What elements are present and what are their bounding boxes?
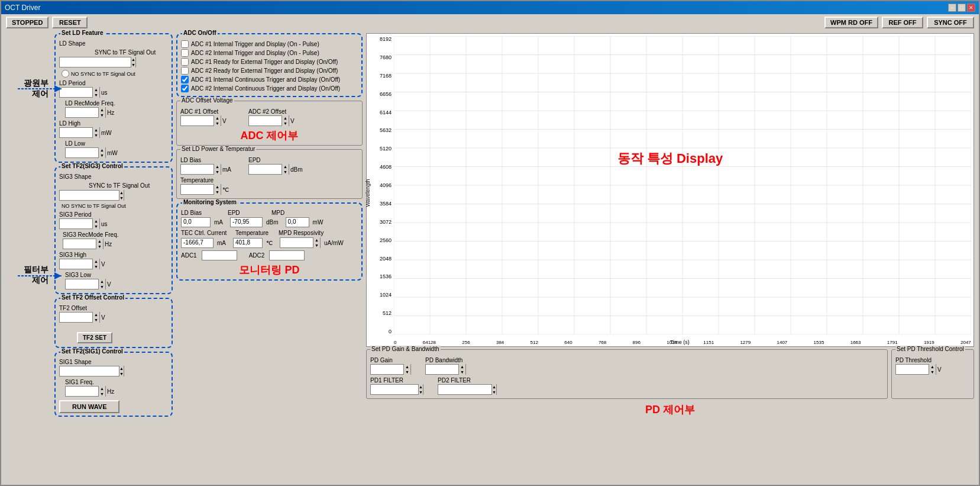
ld-shape-down[interactable]: ▼ — [131, 62, 135, 67]
sig3-recmode-arrows[interactable]: ▲ ▼ — [96, 239, 103, 249]
ld-low-up[interactable]: ▲ — [99, 147, 105, 153]
pd-bandwidth-down[interactable]: ▼ — [459, 369, 465, 375]
adc2-offset-arrows[interactable]: ▲ ▼ — [282, 115, 289, 126]
ld-period-up[interactable]: ▲ — [93, 87, 99, 92]
ld-low-input[interactable]: 0,0 — [66, 148, 98, 157]
adc2-offset-down[interactable]: ▼ — [282, 121, 289, 126]
tf2-set-button[interactable]: TF2 SET — [77, 332, 112, 343]
epd-arrows[interactable]: ▲ ▼ — [282, 164, 289, 175]
pd2-filter-arrows[interactable]: ▲ ▼ — [491, 384, 496, 395]
sig3-low-down[interactable]: ▼ — [99, 284, 105, 289]
ld-shape-up[interactable]: ▲ — [131, 57, 135, 62]
sig3-recmode-input[interactable]: 0 — [63, 239, 96, 249]
pd-threshold-down[interactable]: ▼ — [929, 369, 936, 375]
pd-bandwidth-up[interactable]: ▲ — [459, 364, 465, 369]
sig3-high-down[interactable]: ▼ — [93, 264, 99, 269]
tf2-offset-input[interactable]: 0,0 — [60, 313, 92, 322]
mon-mpd-resp-spinner[interactable]: 2,00 ▲ ▼ — [280, 237, 321, 248]
mon-mpd-resp-arrows[interactable]: ▲ ▼ — [313, 237, 320, 248]
mon-mpd-resp-down[interactable]: ▼ — [313, 243, 320, 248]
sig1-freq-arrows[interactable]: ▲ ▼ — [98, 386, 105, 397]
ld-period-spinner[interactable]: 0,0 ▲ ▼ — [59, 87, 100, 98]
pd2-filter-up[interactable]: ▲ — [492, 384, 496, 390]
pd1-filter-down[interactable]: ▼ — [419, 390, 423, 395]
adc-check-2[interactable] — [181, 49, 189, 57]
ld-recmode-spinner[interactable]: 0 ▲ ▼ — [65, 107, 106, 118]
reset-button[interactable]: RESET — [52, 17, 88, 28]
sig3-high-spinner[interactable]: 12,0 ▲ ▼ — [59, 259, 100, 269]
ld-period-down[interactable]: ▼ — [93, 92, 99, 98]
sig1-shape-up[interactable]: ▲ — [119, 366, 124, 371]
ld-low-arrows[interactable]: ▲ ▼ — [98, 147, 105, 158]
adc1-offset-down[interactable]: ▼ — [214, 121, 221, 126]
sig3-period-spinner[interactable]: 2,5Hz ▲ ▼ — [59, 218, 100, 229]
adc1-offset-arrows[interactable]: ▲ ▼ — [214, 115, 221, 126]
pd1-filter-up[interactable]: ▲ — [419, 384, 423, 390]
epd-down[interactable]: ▼ — [282, 169, 289, 175]
pd-threshold-input[interactable]: 0,0 — [896, 365, 929, 374]
sig1-freq-down[interactable]: ▼ — [99, 391, 105, 397]
epd-up[interactable]: ▲ — [282, 164, 289, 169]
pd-gain-input[interactable]: 100M — [371, 365, 403, 374]
stopped-button[interactable]: STOPPED — [6, 17, 48, 28]
adc2-offset-up[interactable]: ▲ — [282, 115, 289, 121]
adc1-offset-spinner[interactable]: 0,000 ▲ ▼ — [180, 115, 221, 126]
sig3-high-arrows[interactable]: ▲ ▼ — [92, 259, 99, 269]
ld-shape-spinner[interactable]: Continuous Wave ▲ ▼ — [59, 57, 136, 67]
sig3-shape-input[interactable]: Triangular — [60, 191, 119, 200]
tf2-offset-spinner[interactable]: 0,0 ▲ ▼ — [59, 312, 100, 323]
pd-threshold-up[interactable]: ▲ — [929, 364, 936, 369]
adc-check-3[interactable] — [181, 58, 189, 66]
adc1-offset-up[interactable]: ▲ — [214, 115, 221, 121]
adc-check-1[interactable] — [181, 40, 189, 48]
tf2-offset-down[interactable]: ▼ — [93, 317, 99, 323]
temperature-up[interactable]: ▲ — [214, 184, 221, 189]
epd-input[interactable]: 0,00 — [249, 165, 282, 174]
tf2-offset-up[interactable]: ▲ — [93, 312, 99, 317]
close-button[interactable]: ✕ — [967, 4, 975, 12]
pd-gain-spinner[interactable]: 100M ▲ ▼ — [370, 364, 411, 375]
ld-bias-arrows[interactable]: ▲ ▼ — [214, 164, 221, 175]
ld-recmode-arrows[interactable]: ▲ ▼ — [98, 107, 105, 118]
ld-recmode-down[interactable]: ▼ — [99, 112, 105, 118]
pd1-filter-input[interactable]: HIGH PASS — [371, 385, 418, 394]
sig3-period-input[interactable]: 2,5Hz — [60, 219, 92, 228]
sig3-high-up[interactable]: ▲ — [93, 259, 99, 264]
adc-check-4[interactable] — [181, 67, 189, 75]
pd-bandwidth-input[interactable]: 0,1M — [426, 365, 458, 374]
ld-period-arrows[interactable]: ▲ ▼ — [92, 87, 99, 98]
sync-button[interactable]: SYNC OFF — [927, 17, 974, 28]
ref-button[interactable]: REF OFF — [882, 17, 923, 28]
ld-low-down[interactable]: ▼ — [99, 153, 105, 158]
temperature-arrows[interactable]: ▲ ▼ — [214, 184, 221, 195]
sig3-period-down[interactable]: ▼ — [93, 224, 99, 229]
sig1-freq-input[interactable]: 0 — [66, 387, 98, 396]
adc1-offset-input[interactable]: 0,000 — [181, 116, 214, 125]
adc2-offset-input[interactable]: 0,000 — [249, 116, 282, 125]
pd-gain-down[interactable]: ▼ — [404, 369, 410, 375]
sig1-freq-spinner[interactable]: 0 ▲ ▼ — [65, 386, 106, 397]
temperature-input[interactable]: 25,0 — [181, 185, 214, 194]
pd1-filter-spinner[interactable]: HIGH PASS ▲ ▼ — [370, 384, 423, 395]
pd-bandwidth-arrows[interactable]: ▲ ▼ — [458, 364, 465, 375]
pd-gain-up[interactable]: ▲ — [404, 364, 410, 369]
adc-check-6[interactable] — [181, 85, 189, 92]
ld-bias-spinner[interactable]: 0,0 ▲ ▼ — [180, 164, 221, 175]
pd2-filter-down[interactable]: ▼ — [492, 390, 496, 395]
pd-threshold-arrows[interactable]: ▲ ▼ — [929, 364, 936, 375]
pd2-filter-spinner[interactable]: COMPARATOR ▲ ▼ — [438, 384, 497, 395]
ld-recmode-input[interactable]: 0 — [66, 108, 98, 117]
ld-recmode-up[interactable]: ▲ — [99, 107, 105, 112]
sig3-low-arrows[interactable]: ▲ ▼ — [98, 279, 105, 289]
sync-radio-item1[interactable]: NO SYNC to TF Signal Out — [62, 70, 135, 78]
sig3-low-spinner[interactable]: 7,0 ▲ ▼ — [65, 279, 106, 289]
ld-high-arrows[interactable]: ▲ ▼ — [92, 127, 99, 138]
ld-bias-input[interactable]: 0,0 — [181, 165, 214, 174]
epd-spinner[interactable]: 0,00 ▲ ▼ — [248, 164, 289, 175]
ld-bias-up[interactable]: ▲ — [214, 164, 221, 169]
sig3-high-input[interactable]: 12,0 — [60, 259, 92, 269]
adc-check-5[interactable] — [181, 76, 189, 83]
pd-bandwidth-spinner[interactable]: 0,1M ▲ ▼ — [425, 364, 466, 375]
pd-threshold-spinner[interactable]: 0,0 ▲ ▼ — [895, 364, 936, 375]
sig1-shape-spinner[interactable]: Triangular Signal ▲ ▼ — [59, 366, 124, 376]
